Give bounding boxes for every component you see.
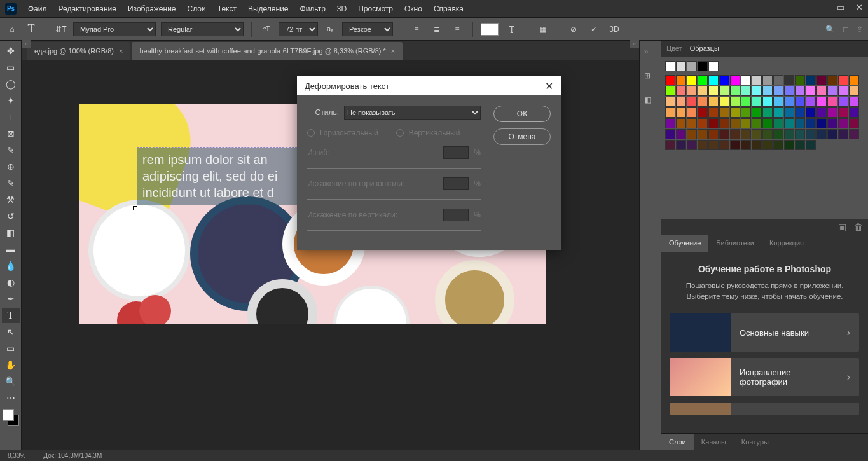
swatch[interactable] <box>838 75 848 85</box>
pen-tool-icon[interactable]: ✒ <box>2 291 20 306</box>
swatch[interactable] <box>719 86 729 96</box>
swatch[interactable] <box>762 86 773 96</box>
swatch[interactable] <box>730 118 740 128</box>
swatch[interactable] <box>762 118 773 128</box>
swatch[interactable] <box>773 118 783 128</box>
swatch[interactable] <box>752 75 762 85</box>
swatch[interactable] <box>665 86 675 96</box>
quick-select-tool-icon[interactable]: ✦ <box>2 93 20 108</box>
swatch[interactable] <box>752 140 762 150</box>
tab-close-icon[interactable]: × <box>391 47 395 55</box>
menu-view[interactable]: Просмотр <box>358 4 393 13</box>
text-orientation-icon[interactable]: ⇵T <box>54 22 68 36</box>
gradient-tool-icon[interactable]: ▬ <box>2 242 20 257</box>
swatch[interactable] <box>719 97 729 107</box>
menu-file[interactable]: Файл <box>28 4 47 13</box>
swatch[interactable] <box>795 107 805 118</box>
stamp-tool-icon[interactable]: ⚒ <box>2 192 20 207</box>
swatch[interactable] <box>795 86 805 96</box>
swatch[interactable] <box>719 75 729 85</box>
swatch[interactable] <box>676 97 686 107</box>
swatch[interactable] <box>752 86 762 96</box>
frame-tool-icon[interactable]: ⊠ <box>2 126 20 141</box>
swatch[interactable] <box>665 118 675 128</box>
swatch[interactable] <box>752 129 762 139</box>
swatch[interactable] <box>838 129 848 139</box>
font-weight-select[interactable]: Regular <box>161 22 244 36</box>
hand-tool-icon[interactable]: ✋ <box>2 357 20 373</box>
swatch[interactable] <box>708 86 719 96</box>
swatch[interactable] <box>741 140 751 150</box>
font-size-input[interactable]: 72 пт <box>279 22 318 36</box>
swatch[interactable] <box>708 107 719 118</box>
swatch[interactable] <box>698 61 708 71</box>
swatch[interactable] <box>849 129 859 139</box>
document-tab[interactable]: еда.jpg @ 100% (RGB/8) × <box>27 42 130 60</box>
swatch[interactable] <box>708 129 719 139</box>
swatch[interactable] <box>687 118 697 128</box>
cancel-icon[interactable]: ⊘ <box>566 22 581 37</box>
swatch[interactable] <box>806 107 816 118</box>
style-select[interactable]: Не показывать <box>344 106 481 120</box>
crop-tool-icon[interactable]: ⟂ <box>2 109 20 125</box>
layers-tab[interactable]: Слои <box>661 434 694 450</box>
swatch[interactable] <box>784 86 794 96</box>
swatch[interactable] <box>784 75 794 85</box>
swatch[interactable] <box>773 129 783 139</box>
menu-edit[interactable]: Редактирование <box>59 4 116 13</box>
paths-tab[interactable]: Контуры <box>734 434 776 450</box>
swatch[interactable] <box>752 97 762 107</box>
channels-tab[interactable]: Каналы <box>694 434 734 450</box>
swatch[interactable] <box>698 107 708 118</box>
swatch[interactable] <box>806 140 816 150</box>
swatch[interactable] <box>719 107 729 118</box>
swatch[interactable] <box>730 97 740 107</box>
antialias-select[interactable]: Резкое <box>342 22 393 36</box>
swatch[interactable] <box>741 107 751 118</box>
swatch[interactable] <box>784 140 794 150</box>
swatch[interactable] <box>806 129 816 139</box>
properties-icon[interactable]: ◧ <box>644 95 657 108</box>
swatch[interactable] <box>665 61 675 71</box>
history-brush-tool-icon[interactable]: ↺ <box>2 209 20 224</box>
swatch[interactable] <box>773 75 783 85</box>
swatch[interactable] <box>708 75 719 85</box>
swatch[interactable] <box>849 75 859 85</box>
learn-tab[interactable]: Обучение <box>661 235 708 252</box>
swatch[interactable] <box>816 118 827 128</box>
swatch[interactable] <box>849 107 859 118</box>
swatch[interactable] <box>827 86 837 96</box>
swatch[interactable] <box>827 118 837 128</box>
lasso-tool-icon[interactable]: ◯ <box>2 76 20 92</box>
swatch[interactable] <box>698 97 708 107</box>
menu-filter[interactable]: Фильтр <box>300 4 326 13</box>
swatch[interactable] <box>849 118 859 128</box>
swatch[interactable] <box>687 129 697 139</box>
swatch[interactable] <box>665 75 675 85</box>
swatch[interactable] <box>730 129 740 139</box>
swatch[interactable] <box>687 97 697 107</box>
swatch[interactable] <box>708 97 719 107</box>
swatch[interactable] <box>708 118 719 128</box>
text-color-swatch[interactable] <box>481 23 499 36</box>
swatch[interactable] <box>849 86 859 96</box>
swatch[interactable] <box>676 75 686 85</box>
swatches-tab[interactable]: Образцы <box>690 45 719 52</box>
swatch[interactable] <box>698 129 708 139</box>
font-family-select[interactable]: Myriad Pro <box>73 22 156 36</box>
marquee-tool-icon[interactable]: ▭ <box>2 60 20 75</box>
swatch[interactable] <box>676 86 686 96</box>
swatch[interactable] <box>741 129 751 139</box>
close-icon[interactable]: ✕ <box>856 3 863 12</box>
swatch[interactable] <box>795 129 805 139</box>
swatch[interactable] <box>762 107 773 118</box>
swatch[interactable] <box>816 97 827 107</box>
swatch[interactable] <box>676 61 686 71</box>
swatch[interactable] <box>795 75 805 85</box>
commit-icon[interactable]: ✓ <box>586 22 602 37</box>
swatch[interactable] <box>816 107 827 118</box>
dialog-close-icon[interactable]: ✕ <box>545 80 553 92</box>
swatch[interactable] <box>816 129 827 139</box>
fg-color-swatch[interactable] <box>3 409 14 421</box>
minimize-icon[interactable]: — <box>817 3 825 12</box>
